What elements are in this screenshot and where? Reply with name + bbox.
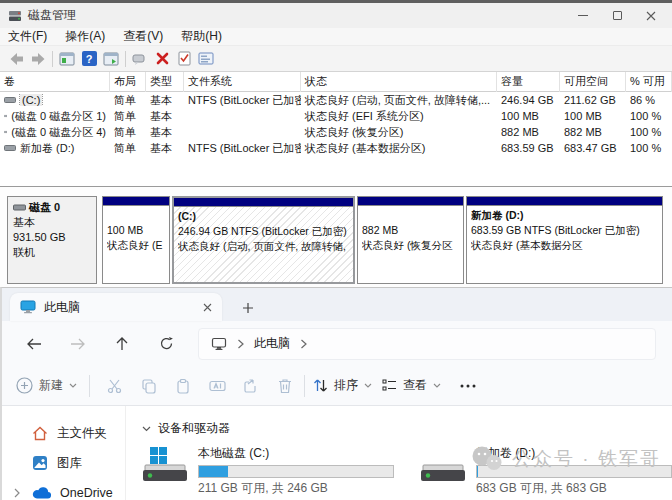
section-devices-drives[interactable]: 设备和驱动器 <box>142 420 672 437</box>
volume-row-partition4[interactable]: (磁盘 0 磁盘分区 4) 简单 基本 状态良好 (恢复分区) 882 MB 8… <box>0 124 672 140</box>
red-x-icon <box>156 52 169 65</box>
console-tree-button[interactable] <box>56 49 78 69</box>
col-filesystem[interactable]: 文件系统 <box>184 72 301 92</box>
chevron-down-icon <box>69 383 77 388</box>
volume-type: 基本 <box>146 141 184 156</box>
volume-capacity: 683.59 GB <box>497 142 560 154</box>
tab-this-pc[interactable]: 此电脑 <box>10 293 222 321</box>
more-button[interactable] <box>451 371 485 401</box>
sidebar-item-gallery[interactable]: 图库 <box>2 448 125 478</box>
checklist-icon <box>178 51 191 66</box>
refresh-icon <box>159 336 174 351</box>
sort-button-label: 排序 <box>334 377 358 394</box>
volume-name: (C:) <box>20 94 42 106</box>
partition-status: 状态良好 (恢复分区 <box>362 238 459 253</box>
volume-name: 新加卷 (D:) <box>20 141 74 156</box>
partition-recovery[interactable]: 882 MB 状态良好 (恢复分区 <box>357 196 464 284</box>
breadcrumb-this-pc[interactable]: 此电脑 <box>254 335 290 352</box>
partition-header-bar <box>103 197 169 206</box>
new-button-label: 新建 <box>39 377 63 394</box>
delete-volume-button[interactable] <box>151 49 173 69</box>
volume-icon <box>4 127 7 137</box>
drive-usage-fill <box>199 466 228 477</box>
address-bar[interactable]: 此电脑 <box>198 328 656 360</box>
sort-button[interactable]: 排序 <box>313 377 372 394</box>
partition-header-bar <box>174 198 353 207</box>
drive-usage-text: 211 GB 可用, 共 246 GB <box>198 480 394 497</box>
nav-refresh-button[interactable] <box>150 328 182 360</box>
maximize-icon <box>613 11 622 20</box>
help-button[interactable]: ? <box>78 49 100 69</box>
nav-up-button[interactable] <box>106 328 138 360</box>
partition-c[interactable]: (C:) 246.94 GB NTFS (BitLocker 已加密) 状态良好… <box>172 196 355 284</box>
volume-percent-free: 100 % <box>626 142 672 154</box>
back-button[interactable] <box>5 49 27 69</box>
paste-button[interactable] <box>166 371 200 401</box>
volume-filesystem: NTFS (BitLocker 已加密) <box>184 141 301 156</box>
cut-button[interactable] <box>98 371 132 401</box>
partition-d[interactable]: 新加卷 (D:) 683.59 GB NTFS (BitLocker 已加密) … <box>466 196 663 284</box>
properties-button[interactable] <box>195 49 217 69</box>
volume-list: 卷 布局 类型 文件系统 状态 容量 可用空间 % 可用 (C:) 简单 基本 … <box>0 72 672 156</box>
check-disk-button[interactable] <box>173 49 195 69</box>
delete-button[interactable] <box>268 371 302 401</box>
disk-management-app-icon <box>8 9 22 23</box>
trash-icon <box>278 378 292 394</box>
rename-button[interactable] <box>200 371 234 401</box>
col-status[interactable]: 状态 <box>301 72 497 92</box>
volume-row-partition1[interactable]: (磁盘 0 磁盘分区 1) 简单 基本 状态良好 (EFI 系统分区) 100 … <box>0 108 672 124</box>
col-percent-free[interactable]: % 可用 <box>626 72 672 92</box>
new-tab-button[interactable] <box>242 302 254 314</box>
tab-close-button[interactable] <box>203 303 212 312</box>
col-volume[interactable]: 卷 <box>0 72 110 92</box>
forward-arrow-icon <box>31 52 46 66</box>
copy-button[interactable] <box>132 371 166 401</box>
sidebar-item-home[interactable]: 主文件夹 <box>2 418 125 448</box>
rename-icon <box>209 379 226 393</box>
explorer-nav-bar: 此电脑 <box>2 321 672 366</box>
minimize-button[interactable] <box>566 5 600 27</box>
system-drive-icon <box>142 445 188 483</box>
volume-capacity: 882 MB <box>497 126 560 138</box>
nav-forward-button[interactable] <box>62 328 94 360</box>
volume-free-space: 100 MB <box>560 110 626 122</box>
col-type[interactable]: 类型 <box>146 72 184 92</box>
menu-help[interactable]: 帮助(H) <box>181 28 222 45</box>
menu-action[interactable]: 操作(A) <box>65 28 105 45</box>
volume-layout: 简单 <box>110 141 146 156</box>
title-bar: 磁盘管理 <box>0 3 672 28</box>
partition-efi[interactable]: 100 MB 状态良好 (E <box>102 196 170 284</box>
watermark-text: 公众号 · 铁军哥 <box>512 446 661 472</box>
partition-header-bar <box>358 197 463 206</box>
volume-type: 基本 <box>146 93 184 108</box>
menu-view[interactable]: 查看(V) <box>123 28 163 45</box>
hint-button[interactable] <box>129 49 151 69</box>
tooltip-icon <box>132 53 148 65</box>
new-button[interactable]: 新建 <box>16 377 77 394</box>
volume-name: (磁盘 0 磁盘分区 4) <box>11 125 106 140</box>
sidebar-item-onedrive[interactable]: OneDrive <box>2 478 125 500</box>
disk0-state: 联机 <box>13 245 91 260</box>
menu-file[interactable]: 文件(F) <box>8 28 47 45</box>
toolbar-divider <box>304 375 305 397</box>
volume-row-d[interactable]: 新加卷 (D:) 简单 基本 NTFS (BitLocker 已加密) 状态良好… <box>0 140 672 156</box>
forward-button[interactable] <box>27 49 49 69</box>
maximize-button[interactable] <box>600 5 634 27</box>
console-window-icon <box>59 52 75 66</box>
col-layout[interactable]: 布局 <box>110 72 146 92</box>
nav-back-button[interactable] <box>18 328 50 360</box>
close-button[interactable] <box>634 5 668 27</box>
view-button[interactable]: 查看 <box>382 377 441 394</box>
volume-percent-free: 86 % <box>626 94 672 106</box>
drive-item-c[interactable]: 本地磁盘 (C:) 211 GB 可用, 共 246 GB <box>142 445 394 497</box>
forward-arrow-icon <box>70 338 86 350</box>
col-capacity[interactable]: 容量 <box>497 72 560 92</box>
disk0-panel[interactable]: 磁盘 0 基本 931.50 GB 联机 <box>7 196 97 284</box>
graphical-disk-view: 磁盘 0 基本 931.50 GB 联机 100 MB 状态良好 (E (C:)… <box>0 186 672 290</box>
col-free-space[interactable]: 可用空间 <box>560 72 626 92</box>
volume-row-c[interactable]: (C:) 简单 基本 NTFS (BitLocker 已加密) 状态良好 (启动… <box>0 92 672 108</box>
expand-chevron-icon[interactable] <box>14 488 20 498</box>
home-icon <box>32 426 48 441</box>
share-button[interactable] <box>234 371 268 401</box>
action-pane-button[interactable] <box>100 49 122 69</box>
